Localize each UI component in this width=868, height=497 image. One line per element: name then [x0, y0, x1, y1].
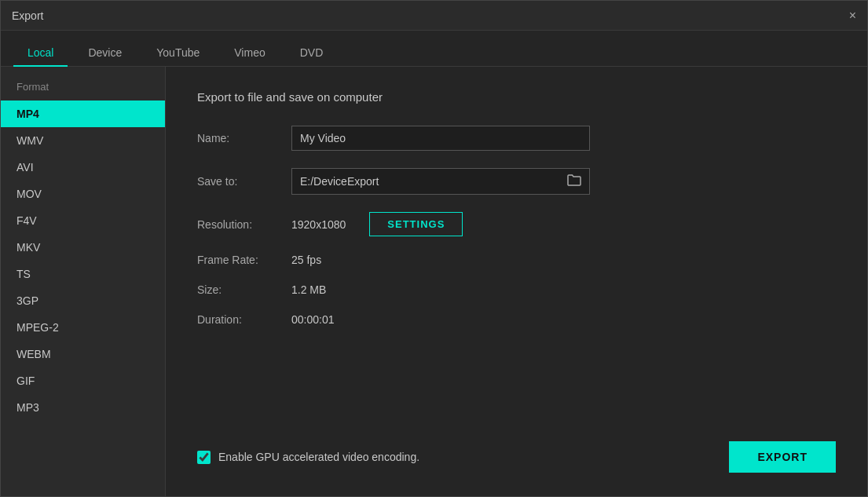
sidebar-item-gif[interactable]: GIF	[1, 367, 165, 394]
name-row: Name:	[197, 126, 836, 151]
sidebar: Format MP4 WMV AVI MOV F4V MKV TS 3GP MP…	[1, 67, 166, 496]
resolution-label: Resolution:	[197, 218, 291, 231]
frame-rate-value: 25 fps	[291, 254, 321, 266]
window-title: Export	[12, 9, 43, 22]
size-row: Size: 1.2 MB	[197, 283, 836, 296]
duration-row: Duration: 00:00:01	[197, 313, 836, 326]
main-content: Format MP4 WMV AVI MOV F4V MKV TS 3GP MP…	[1, 67, 867, 496]
name-label: Name:	[197, 132, 291, 144]
settings-button[interactable]: SETTINGS	[369, 212, 463, 236]
save-to-row: Save to:	[197, 168, 836, 195]
export-button[interactable]: EXPORT	[729, 441, 836, 473]
sidebar-item-3gp[interactable]: 3GP	[1, 287, 165, 314]
resolution-row: Resolution: 1920x1080 SETTINGS	[197, 212, 836, 236]
section-title: Export to file and save on computer	[197, 90, 836, 104]
format-label: Format	[1, 81, 165, 100]
tab-bar: Local Device YouTube Vimeo DVD	[1, 31, 867, 67]
duration-label: Duration:	[197, 313, 291, 326]
sidebar-item-avi[interactable]: AVI	[1, 154, 165, 181]
sidebar-item-mp4[interactable]: MP4	[1, 100, 165, 127]
title-bar: Export ×	[1, 1, 867, 31]
gpu-checkbox[interactable]	[197, 451, 211, 464]
sidebar-item-f4v[interactable]: F4V	[1, 207, 165, 234]
folder-browse-button[interactable]	[559, 169, 589, 194]
save-to-input[interactable]	[292, 170, 559, 193]
frame-rate-label: Frame Rate:	[197, 254, 291, 266]
sidebar-item-mov[interactable]: MOV	[1, 181, 165, 207]
sidebar-item-mpeg2[interactable]: MPEG-2	[1, 314, 165, 341]
export-window: Export × Local Device YouTube Vimeo DVD …	[0, 0, 868, 497]
name-input[interactable]	[291, 126, 590, 151]
content-area: Export to file and save on computer Name…	[166, 67, 867, 496]
resolution-value: 1920x1080	[291, 218, 346, 231]
sidebar-item-wmv[interactable]: WMV	[1, 127, 165, 154]
size-label: Size:	[197, 283, 291, 296]
sidebar-item-mp3[interactable]: MP3	[1, 394, 165, 421]
gpu-label-text: Enable GPU accelerated video encoding.	[218, 451, 419, 463]
save-to-container	[291, 168, 590, 195]
sidebar-item-webm[interactable]: WEBM	[1, 341, 165, 367]
frame-rate-row: Frame Rate: 25 fps	[197, 254, 836, 266]
gpu-checkbox-label[interactable]: Enable GPU accelerated video encoding.	[197, 451, 419, 464]
size-value: 1.2 MB	[291, 283, 326, 296]
close-button[interactable]: ×	[849, 9, 856, 22]
sidebar-item-mkv[interactable]: MKV	[1, 234, 165, 261]
sidebar-item-ts[interactable]: TS	[1, 261, 165, 287]
save-to-label: Save to:	[197, 175, 291, 188]
tab-vimeo[interactable]: Vimeo	[220, 40, 279, 67]
tab-device[interactable]: Device	[74, 40, 136, 67]
tab-youtube[interactable]: YouTube	[142, 40, 214, 67]
footer: Enable GPU accelerated video encoding. E…	[197, 426, 836, 473]
tab-dvd[interactable]: DVD	[286, 40, 338, 67]
tab-local[interactable]: Local	[13, 40, 68, 67]
duration-value: 00:00:01	[291, 313, 335, 326]
